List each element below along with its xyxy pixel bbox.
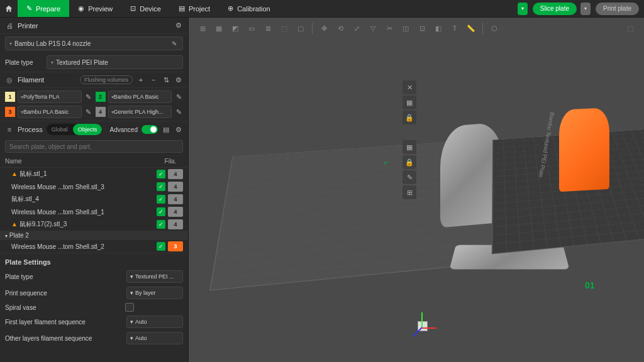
sync-icon[interactable]: ⇅	[162, 75, 170, 84]
plate-type-dropdown[interactable]: ▾ Textured PEI Plate	[47, 55, 183, 69]
filament-item[interactable]: 3 ▾ Bambu PLA Basic ✎	[5, 106, 93, 118]
first-layer-sequence-dropdown[interactable]: ▾Auto	[126, 315, 183, 328]
object-filament-badge[interactable]: 4	[168, 194, 183, 204]
object-filament-badge[interactable]: 4	[168, 207, 183, 217]
object-list: ▲ 鼠标.stl_1 ✓ 4Wireless Mouse ...tom Shel…	[0, 168, 188, 253]
variable-icon[interactable]: ⬚	[277, 21, 292, 36]
object-row[interactable]: ▲ 鼠标.stl_1 ✓ 4	[0, 168, 188, 180]
other-layers-sequence-dropdown[interactable]: ▾Auto	[126, 332, 183, 344]
orient-icon[interactable]: ◩	[228, 21, 243, 36]
axis-gizmo[interactable]	[409, 315, 434, 340]
seg-global[interactable]: Global	[47, 124, 73, 135]
assembly-icon[interactable]: ⬡	[487, 21, 502, 36]
gear-icon[interactable]: ⚙	[174, 125, 183, 134]
filament-name-dropdown[interactable]: ▾ Bambu PLA Basic	[108, 90, 172, 103]
object-visible-checkbox[interactable]: ✓	[157, 195, 165, 204]
add-plate-icon[interactable]: ⊞	[195, 21, 210, 36]
plate-arrange-icon[interactable]: ⊞	[402, 185, 416, 199]
object-filament-badge[interactable]: 3	[168, 241, 183, 251]
flushing-volumes-button[interactable]: Flushing volumes	[80, 75, 133, 84]
filament-name-dropdown[interactable]: ▾ Bambu PLA Basic	[18, 106, 82, 118]
move-icon[interactable]: ✥	[316, 21, 331, 36]
filament-name-dropdown[interactable]: ▾ Generic PLA High...	[108, 106, 172, 118]
plate2-side-tools: ✕ ▦ 🔒	[402, 80, 640, 124]
advanced-toggle[interactable]	[142, 125, 158, 134]
edit-icon[interactable]: ✎	[170, 39, 179, 48]
arrange-icon[interactable]: ▦	[211, 21, 226, 36]
filament-item[interactable]: 1 ▾ PolyTerra PLA ✎	[5, 90, 93, 103]
object-name: Wireless Mouse ...tom Shell.stl_3	[5, 184, 154, 190]
search-input[interactable]	[5, 140, 183, 153]
object-visible-checkbox[interactable]: ✓	[157, 207, 165, 216]
plate-group-row[interactable]: ▾ Plate 2	[0, 231, 188, 240]
spiral-vase-checkbox[interactable]	[125, 303, 134, 312]
slice-dropdown-arrow[interactable]: ▾	[518, 3, 528, 15]
print-plate-button[interactable]: Print plate	[596, 3, 639, 15]
tab-prepare[interactable]: ✎ Prepare	[18, 0, 69, 17]
object-row[interactable]: Wireless Mouse ...tom Shell.stl_1 ✓ 4	[0, 206, 188, 218]
filament-item[interactable]: 4 ▾ Generic PLA High... ✎	[96, 106, 184, 118]
object-visible-checkbox[interactable]: ✓	[157, 170, 165, 178]
tab-project[interactable]: ▤ Project	[170, 0, 219, 17]
object-name: ▲ 鼠标.stl_1	[5, 170, 154, 178]
object-filament-badge[interactable]: 4	[168, 182, 183, 192]
seg-objects[interactable]: Objects	[73, 124, 103, 135]
edit-icon[interactable]: ✎	[84, 92, 93, 101]
object-filament-badge[interactable]: 4	[168, 169, 183, 179]
plate-lock-icon[interactable]: 🔒	[402, 155, 416, 169]
assembly-view-icon[interactable]: ⬚	[623, 21, 638, 36]
object-name: Wireless Mouse ...tom Shell.stl_1	[5, 209, 154, 216]
edit-icon[interactable]: ✎	[174, 92, 183, 101]
plate-settings-icon[interactable]: ▦	[402, 140, 416, 154]
scale-icon[interactable]: ⤢	[349, 21, 364, 36]
object-list-header: Name Fila.	[0, 155, 188, 168]
support-icon[interactable]: ▢	[293, 21, 308, 36]
filament-title: Filament	[18, 76, 76, 84]
split-icon[interactable]: ▭	[244, 21, 259, 36]
layers-icon[interactable]: ≣	[260, 21, 275, 36]
print-dropdown-arrow[interactable]: ▾	[580, 3, 591, 15]
paint-support-icon[interactable]: ⊡	[414, 21, 430, 36]
remove-icon[interactable]: −	[149, 75, 158, 84]
tab-calibration[interactable]: ⊕ Calibration	[219, 0, 279, 17]
object-row[interactable]: ▲ 鼠标9.17(2).stl_3 ✓ 4	[0, 218, 188, 231]
measure-icon[interactable]: 📏	[464, 21, 479, 36]
gear-icon[interactable]: ⚙	[174, 21, 183, 30]
edit-icon[interactable]: ✎	[84, 107, 93, 116]
plate-settings-icon[interactable]: ▦	[402, 96, 416, 109]
filament-item[interactable]: 2 ▾ Bambu PLA Basic ✎	[96, 90, 184, 103]
paint-color-icon[interactable]: ◧	[431, 21, 446, 36]
rotate-icon[interactable]: ⟲	[333, 21, 348, 36]
filament-swatch: 1	[5, 92, 15, 102]
slice-plate-button[interactable]: Slice plate	[533, 3, 577, 15]
gear-icon[interactable]: ⚙	[174, 75, 183, 84]
cut-icon[interactable]: ✂	[382, 21, 397, 36]
home-button[interactable]	[0, 0, 18, 17]
print-sequence-dropdown[interactable]: ▾By layer	[126, 287, 183, 299]
plate-edit-icon[interactable]: ✎	[402, 170, 416, 184]
list-icon[interactable]: ▤	[162, 125, 170, 134]
viewport-3d[interactable]: ⊞ ▦ ◩ ▭ ≣ ⬚ ▢ ✥ ⟲ ⤢ ▽ ✂ ◫ ⊡ ◧ T 📏 ⬡ ⬚ ⌐ …	[189, 18, 644, 362]
mesh-icon[interactable]: ◫	[398, 21, 413, 36]
add-icon[interactable]: +	[136, 75, 145, 84]
plate-close-icon[interactable]: ✕	[402, 80, 416, 94]
plate-lock-icon[interactable]: 🔒	[402, 111, 416, 124]
object-visible-checkbox[interactable]: ✓	[157, 182, 165, 191]
object-visible-checkbox[interactable]: ✓	[157, 220, 165, 229]
object-row[interactable]: Wireless Mouse ...tom Shell.stl_2 ✓ 3	[0, 240, 188, 253]
text-icon[interactable]: T	[447, 21, 462, 36]
process-panel-header: ≡ Process Global Objects Advanced ▤ ⚙	[0, 121, 188, 138]
object-filament-badge[interactable]: 4	[168, 219, 183, 229]
flatten-icon[interactable]: ▽	[365, 21, 380, 36]
object-visible-checkbox[interactable]: ✓	[157, 242, 165, 251]
object-row[interactable]: 鼠标.stl_4 ✓ 4	[0, 193, 188, 206]
plate-type-setting-dropdown[interactable]: ▾Textured PEI ...	[126, 270, 183, 283]
tab-device[interactable]: ⊡ Device	[121, 0, 170, 17]
warning-icon: ▲	[11, 221, 18, 228]
object-row[interactable]: Wireless Mouse ...tom Shell.stl_3 ✓ 4	[0, 180, 188, 193]
edit-icon[interactable]: ✎	[174, 107, 183, 116]
filament-name-dropdown[interactable]: ▾ PolyTerra PLA	[18, 90, 82, 103]
printer-dropdown[interactable]: ▾ Bambu Lab P1S 0.4 nozzle ✎	[5, 36, 183, 50]
plate-type-label: Plate type	[5, 59, 43, 66]
tab-preview[interactable]: ◉ Preview	[69, 0, 121, 17]
